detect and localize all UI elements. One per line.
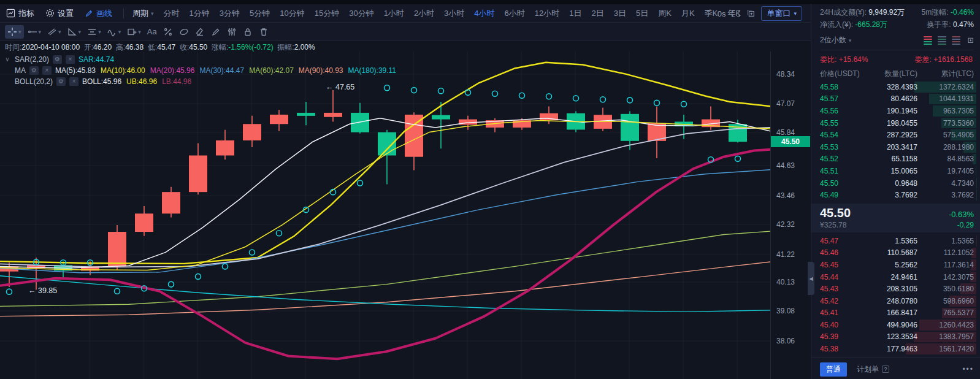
popout-book-icon[interactable] [966, 36, 974, 44]
bid-qty: 110.5687 [865, 248, 917, 257]
tool-lock[interactable] [240, 25, 255, 39]
interval-1分钟[interactable]: 1分钟 [189, 8, 210, 19]
bid-row[interactable]: 45.41166.8417765.5377 [820, 307, 974, 320]
col-cum: 累计(LTC) [917, 69, 974, 79]
ask-row[interactable]: 45.58328.43931372.6324 [820, 81, 974, 93]
boll-settings-icon[interactable]: ⚙ [56, 77, 66, 86]
chevron-down-icon: ▾ [794, 10, 797, 17]
tool-trash[interactable] [256, 25, 271, 39]
indicator-button[interactable]: 指标 [6, 8, 34, 19]
interval-list: 分时1分钟3分钟5分钟10分钟15分钟30分钟1小时2小时3小时4小时6小时12… [164, 8, 741, 19]
more-icon[interactable]: ••• [962, 365, 974, 373]
ask-row[interactable]: 45.54287.2925575.4905 [820, 129, 974, 141]
ask-row[interactable]: 45.500.96484.7340 [820, 177, 974, 190]
price-axis[interactable]: 48.3447.0745.8444.6343.4642.3241.2240.13… [770, 52, 810, 379]
tool-pen[interactable] [209, 25, 223, 39]
tool-rectangle[interactable]: ▾ [124, 25, 144, 39]
tool-measure[interactable] [161, 25, 175, 39]
tool-horizontal-line[interactable]: ▾ [25, 25, 44, 39]
tool-eraser[interactable] [193, 25, 207, 39]
settings-button[interactable]: 设置 [45, 8, 74, 19]
tool-triangle[interactable]: ▾ [65, 25, 84, 39]
interval-2小时[interactable]: 2小时 [414, 8, 434, 19]
ma-settings-icon[interactable]: ⚙ [29, 66, 39, 75]
bid-qty: 5.2562 [865, 261, 917, 269]
collapse-chevron-icon[interactable]: ∨ [4, 56, 11, 63]
interval-15分钟[interactable]: 15分钟 [315, 8, 339, 19]
bid-row[interactable]: 45.43208.3105350.6180 [820, 283, 974, 295]
ask-qty: 3.7692 [865, 191, 917, 199]
sar-dot [735, 156, 741, 161]
fullscreen-icon[interactable] [732, 9, 740, 18]
interval-2日[interactable]: 2日 [592, 8, 604, 19]
bid-row[interactable]: 45.42248.0780598.6960 [820, 295, 974, 307]
ask-qty: 203.3417 [865, 143, 917, 151]
help-icon[interactable]: ? [882, 366, 889, 373]
bid-row[interactable]: 45.471.53651.5365 [820, 235, 974, 247]
interval-3日[interactable]: 3日 [614, 8, 626, 19]
plan-order-tab[interactable]: 计划单 ? [857, 364, 889, 375]
sar-close-icon[interactable]: × [66, 55, 75, 64]
interval-月K[interactable]: 月K [681, 8, 695, 19]
ask-qty: 15.0065 [865, 167, 917, 175]
interval-1小时[interactable]: 1小时 [384, 8, 404, 19]
ask-row[interactable]: 45.56190.1945963.7305 [820, 105, 974, 117]
interval-30分钟[interactable]: 30分钟 [349, 8, 373, 19]
book-mode-both-icon[interactable] [924, 36, 932, 45]
candlestick-chart[interactable]: ← 47.65← 39.85 [0, 52, 770, 379]
indicator-legend: ∨ SAR(2,20) ⚙ × SAR:44.74 MA ⚙ × MA(5):4… [4, 54, 396, 87]
ma-close-icon[interactable]: × [42, 66, 52, 75]
tool-wave[interactable]: ▾ [105, 25, 124, 39]
interval-5分钟[interactable]: 5分钟 [250, 8, 270, 19]
boll-close-icon[interactable]: × [69, 77, 78, 86]
tool-adjust[interactable] [224, 25, 239, 39]
draw-line-button[interactable]: 画线 [85, 8, 112, 19]
bid-row[interactable]: 45.455.2562117.3614 [820, 259, 974, 271]
ask-row[interactable]: 45.5780.46261044.1931 [820, 93, 974, 105]
interval-5日[interactable]: 5日 [636, 8, 648, 19]
last-price-cny: ¥325.78 [820, 221, 846, 229]
book-mode-buy-icon[interactable] [938, 36, 946, 45]
axis-tick: 45.84 [776, 128, 795, 137]
tool-parallel-channel[interactable]: ▾ [45, 25, 64, 39]
tool-ellipse[interactable] [177, 25, 191, 39]
ask-row[interactable]: 45.5115.006519.7405 [820, 165, 974, 177]
interval-分时[interactable]: 分时 [164, 8, 180, 19]
axis-tick: 44.63 [776, 161, 795, 170]
bid-row[interactable]: 45.38177.94631561.7420 [820, 343, 974, 355]
interval-3分钟[interactable]: 3分钟 [220, 8, 240, 19]
ask-row[interactable]: 45.53203.3417288.1980 [820, 141, 974, 153]
period-dropdown[interactable]: 周期 ▾ [132, 8, 154, 19]
interval-6小时[interactable]: 6小时 [505, 8, 525, 19]
bid-row[interactable]: 45.39123.35341383.7957 [820, 331, 974, 343]
panel-collapse-handle[interactable]: ◀ [808, 262, 814, 295]
ask-row[interactable]: 45.55198.0455773.5360 [820, 117, 974, 129]
popout-window-icon[interactable] [746, 9, 755, 18]
tool-fib-lines[interactable]: ▾ [85, 25, 104, 39]
interval-1日[interactable]: 1日 [569, 8, 581, 19]
tool-text[interactable]: Aa [145, 25, 159, 38]
window-mode-button[interactable]: 单窗口 ▾ [761, 6, 802, 21]
ordinary-order-tab[interactable]: 普通 [820, 362, 847, 377]
interval-周K[interactable]: 周K [658, 8, 672, 19]
decimals-dropdown[interactable]: 2位小数 ▾ [820, 35, 851, 45]
bid-row[interactable]: 45.4424.9461142.3075 [820, 271, 974, 283]
interval-3小时[interactable]: 3小时 [444, 8, 464, 19]
sar-settings-icon[interactable]: ⚙ [53, 55, 62, 64]
interval-10分钟[interactable]: 10分钟 [280, 8, 304, 19]
ask-row[interactable]: 45.493.76923.7692 [820, 189, 974, 201]
book-mode-sell-icon[interactable] [952, 36, 960, 45]
bid-row[interactable]: 45.40494.90461260.4423 [820, 319, 974, 331]
interval-季K[interactable]: 季K [705, 8, 718, 19]
bar-amplitude: 2.00% [294, 43, 315, 52]
bid-row[interactable]: 45.46110.5687112.1052 [820, 247, 974, 259]
bid-qty: 1.5365 [865, 237, 917, 245]
bar-high: 46.38 [125, 43, 144, 52]
tool-crosshair[interactable]: ▾ [5, 25, 24, 39]
market-stats: 24H成交额(¥): 9,949.92万 5m涨幅: -0.46% 净流入(¥)… [820, 6, 974, 30]
ask-qty: 80.4626 [865, 94, 917, 103]
ask-price: 45.53 [820, 143, 865, 151]
ask-row[interactable]: 45.5265.115884.8563 [820, 153, 974, 166]
interval-4小时[interactable]: 4小时 [474, 8, 494, 19]
interval-12小时[interactable]: 12小时 [535, 8, 559, 19]
